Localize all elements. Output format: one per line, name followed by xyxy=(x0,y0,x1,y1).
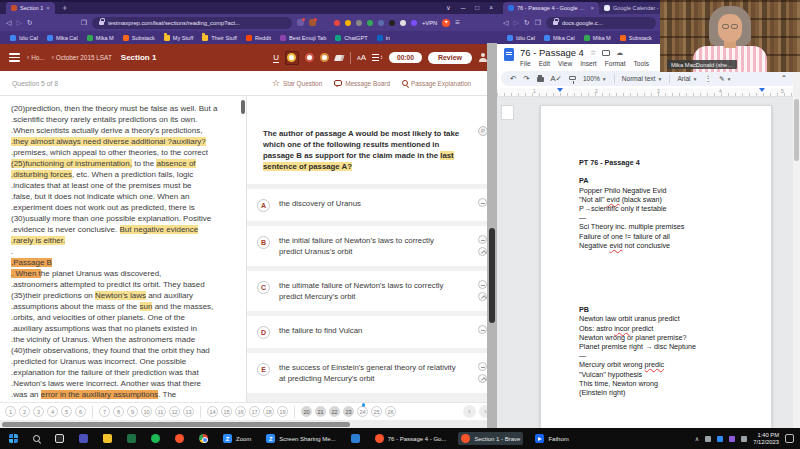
bookmark-item[interactable]: Idio Cal xyxy=(507,35,535,41)
passage-explanation-button[interactable]: Passage Explanation xyxy=(402,80,471,87)
bookmark-item[interactable]: in xyxy=(377,35,390,41)
question-number-24[interactable]: 24 xyxy=(357,406,368,417)
rewards-extension-icon[interactable] xyxy=(309,19,316,26)
bookmark-item[interactable]: Mika Cal xyxy=(544,35,575,41)
docs-ruler[interactable]: 12345 xyxy=(497,88,800,97)
bookmark-icon[interactable]: ❐ xyxy=(81,19,87,27)
taskbar-icon-search[interactable] xyxy=(30,433,43,444)
prev-page-icon[interactable]: ‹ xyxy=(463,405,476,418)
browser-menu-icon[interactable]: ≡ xyxy=(455,18,460,27)
taskbar-app-screen-sharing-me-[interactable]: ZScreen Sharing Me... xyxy=(263,432,338,445)
left-vertical-scrollbar[interactable] xyxy=(487,43,497,428)
collapse-toolbar-icon[interactable]: ⌃ xyxy=(781,74,787,84)
move-folder-icon[interactable] xyxy=(602,50,610,56)
chevron-up-icon[interactable] xyxy=(478,374,487,383)
reload-icon[interactable]: ↻ xyxy=(27,19,33,27)
editing-mode-select[interactable]: ✎▼ xyxy=(719,75,731,83)
highlighter-yellow-selected[interactable] xyxy=(285,51,299,65)
document-page[interactable]: PT 76 - Passage 4 PAPopper Philo Negativ… xyxy=(540,105,772,428)
question-number-10[interactable]: 10 xyxy=(141,406,152,417)
breadcrumb-test[interactable]: ‹October 2015 LSAT xyxy=(52,54,112,61)
chevron-up-icon[interactable] xyxy=(478,247,487,256)
star-question-button[interactable]: ☆Star Question xyxy=(272,79,322,87)
answer-option-A[interactable]: Athe discovery of Uranus xyxy=(247,189,496,221)
right-margin-marker[interactable] xyxy=(759,88,765,95)
taskbar-icon-spot[interactable] xyxy=(148,432,163,445)
wallet-extension-icon[interactable] xyxy=(297,19,304,26)
question-number-3[interactable]: 3 xyxy=(33,406,44,417)
taskbar-icon-chrome[interactable] xyxy=(196,432,211,445)
extension-icon[interactable] xyxy=(400,20,406,26)
right-vertical-scrollbar[interactable] xyxy=(793,43,800,428)
font-select[interactable]: Arial▼ xyxy=(677,75,697,82)
bookmark-item[interactable]: Idio Cal xyxy=(10,35,38,41)
forward-icon[interactable]: ▷ xyxy=(16,19,21,27)
menu-tools[interactable]: Tools xyxy=(634,60,649,67)
menu-file[interactable]: File xyxy=(520,60,531,67)
webcam-video[interactable]: Mika MacDonald (she… xyxy=(660,0,800,72)
timer[interactable]: 00:00 xyxy=(389,52,422,63)
indent-marker[interactable] xyxy=(557,88,563,95)
minimize-button[interactable]: ─ xyxy=(461,2,466,14)
review-button[interactable]: Review xyxy=(428,52,472,64)
question-number-9[interactable]: 9 xyxy=(127,406,138,417)
address-bar[interactable]: testmaxprep.com/lsat/sections/reading_co… xyxy=(92,17,292,29)
question-number-25[interactable]: 25 xyxy=(371,406,382,417)
question-number-5[interactable]: 5 xyxy=(61,406,72,417)
eraser-icon[interactable] xyxy=(334,55,345,61)
star-icon[interactable]: ☆ xyxy=(590,49,596,57)
collapse-minus-icon[interactable] xyxy=(478,198,487,207)
more-options-icon[interactable]: ⋮ xyxy=(705,74,713,84)
reload-icon[interactable]: ↻ xyxy=(524,19,530,27)
doc-title[interactable]: 76 - Passage 4 xyxy=(520,47,584,58)
taskbar-icon-task[interactable] xyxy=(52,432,67,445)
hamburger-menu-icon[interactable] xyxy=(9,53,20,62)
bookmark-item[interactable]: Best Emoji Tab xyxy=(280,35,326,41)
collapse-minus-icon[interactable] xyxy=(478,325,487,334)
google-docs-icon[interactable] xyxy=(504,48,514,61)
question-number-23[interactable]: 23 xyxy=(343,406,354,417)
zoom-select[interactable]: 100%▼ xyxy=(583,75,607,82)
notification-center-icon[interactable] xyxy=(785,434,794,443)
bookmark-item[interactable]: My Stuff xyxy=(164,35,193,41)
extension-icon[interactable] xyxy=(345,20,351,26)
tab-close-icon[interactable]: × xyxy=(590,5,594,11)
font-size-icon[interactable]: AA xyxy=(357,53,366,62)
paint-format-icon[interactable] xyxy=(569,76,576,80)
extension-icon[interactable] xyxy=(334,20,340,26)
taskbar-icon-win[interactable] xyxy=(6,432,21,445)
extension-icon[interactable] xyxy=(367,20,373,26)
question-number-4[interactable]: 4 xyxy=(47,406,58,417)
collapse-minus-icon[interactable] xyxy=(478,235,487,244)
tab-search-icon[interactable]: ∨ xyxy=(446,2,451,14)
tab-section-1[interactable]: Section 1 × xyxy=(6,2,55,14)
collapse-minus-icon[interactable] xyxy=(478,280,487,289)
tray-status-icon[interactable] xyxy=(705,436,711,442)
question-number-2[interactable]: 2 xyxy=(19,406,30,417)
bookmark-item[interactable]: Mika M xyxy=(87,35,114,41)
menu-view[interactable]: View xyxy=(558,60,572,67)
tray-status-icon[interactable] xyxy=(729,436,735,442)
tray-status-icon[interactable] xyxy=(741,436,747,442)
taskbar-icon-brave[interactable] xyxy=(172,432,187,445)
brave-shields-icon[interactable] xyxy=(442,19,450,27)
taskbar-icon-teams[interactable] xyxy=(76,432,91,445)
forward-icon[interactable]: ▷ xyxy=(513,19,518,27)
bookmark-item[interactable]: Substack xyxy=(620,35,652,41)
passage-pane[interactable]: (20)prediction, then the theory must be … xyxy=(0,96,247,402)
underline-tool-icon[interactable]: U xyxy=(273,53,279,63)
bookmark-icon[interactable]: ❐ xyxy=(535,19,541,27)
answer-option-D[interactable]: Dthe failure to find Vulcan xyxy=(247,316,496,348)
question-number-8[interactable]: 8 xyxy=(113,406,124,417)
extension-icon[interactable] xyxy=(389,20,395,26)
taskbar-app-section-1-brave[interactable]: Section 1 - Brave xyxy=(458,432,523,445)
question-number-22[interactable]: 22 xyxy=(329,406,340,417)
tray-chevron-icon[interactable]: ∧ xyxy=(695,435,699,442)
bookmark-item[interactable]: Mika Cal xyxy=(47,35,78,41)
question-number-18[interactable]: 18 xyxy=(263,406,274,417)
back-icon[interactable]: ◁ xyxy=(503,19,508,27)
taskbar-app-zoom[interactable]: ZZoom xyxy=(220,432,254,445)
vpn-button[interactable]: +VPN xyxy=(422,20,437,26)
new-tab-button[interactable]: ＋ xyxy=(61,2,69,14)
question-number-15[interactable]: 15 xyxy=(221,406,232,417)
